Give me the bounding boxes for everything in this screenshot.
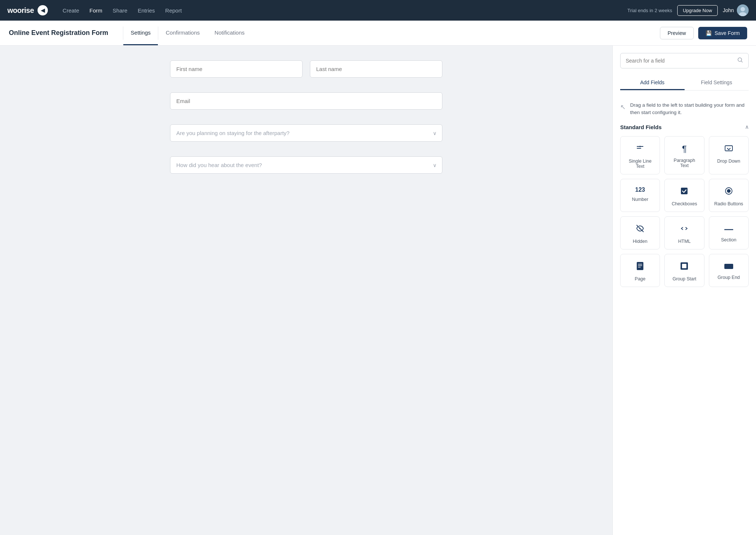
nav-share[interactable]: Share bbox=[108, 5, 132, 16]
drop-down-label: Drop Down bbox=[717, 159, 741, 164]
form-canvas: Are you planning on staying for the afte… bbox=[0, 46, 612, 535]
field-card-paragraph-text[interactable]: ¶ Paragraph Text bbox=[664, 136, 704, 174]
field-card-section[interactable]: Section bbox=[709, 216, 749, 249]
last-name-input[interactable] bbox=[310, 60, 442, 78]
preview-button[interactable]: Preview bbox=[660, 27, 694, 39]
form-row-hear: How did you hear about the event? ∨ bbox=[170, 156, 442, 174]
sidebar-tab-add-fields[interactable]: Add Fields bbox=[620, 76, 685, 90]
brand-area: woorise ◀ bbox=[7, 5, 48, 15]
fields-grid: Single Line Text ¶ Paragraph Text Drop D… bbox=[620, 136, 749, 287]
drop-down-icon bbox=[724, 144, 733, 155]
search-input[interactable] bbox=[626, 58, 737, 64]
form-row-afterparty: Are you planning on staying for the afte… bbox=[170, 124, 442, 142]
field-card-checkboxes[interactable]: Checkboxes bbox=[664, 179, 704, 212]
afterparty-field: Are you planning on staying for the afte… bbox=[170, 124, 442, 142]
form-row-email bbox=[170, 92, 442, 110]
checkboxes-icon bbox=[680, 187, 689, 198]
number-label: Number bbox=[632, 197, 648, 202]
field-card-group-end[interactable]: Group End bbox=[709, 254, 749, 287]
single-line-text-icon bbox=[636, 144, 644, 155]
svg-line-4 bbox=[741, 61, 742, 62]
last-name-field bbox=[310, 60, 442, 78]
sub-tabs: Settings Confirmations Notifications bbox=[123, 21, 252, 45]
nav-right: Trial ends in 2 weeks Upgrade Now John bbox=[628, 4, 749, 16]
main-layout: Are you planning on staying for the afte… bbox=[0, 46, 756, 535]
nav-entries[interactable]: Entries bbox=[133, 5, 159, 16]
field-card-hidden[interactable]: Hidden bbox=[620, 216, 660, 249]
user-name: John bbox=[723, 7, 734, 13]
search-icon bbox=[737, 57, 743, 64]
field-card-page[interactable]: Page bbox=[620, 254, 660, 287]
afterparty-select-wrapper: Are you planning on staying for the afte… bbox=[170, 124, 442, 142]
hear-field: How did you hear about the event? ∨ bbox=[170, 156, 442, 174]
field-card-drop-down[interactable]: Drop Down bbox=[709, 136, 749, 174]
number-icon: 123 bbox=[635, 187, 645, 193]
save-icon: 💾 bbox=[706, 30, 712, 36]
cursor-icon: ↖ bbox=[620, 102, 626, 112]
svg-point-1 bbox=[741, 7, 745, 11]
radio-buttons-label: Radio Buttons bbox=[714, 201, 743, 206]
tab-notifications[interactable]: Notifications bbox=[207, 21, 252, 45]
nav-links: Create Form Share Entries Report bbox=[58, 5, 186, 16]
svg-rect-15 bbox=[682, 264, 686, 268]
save-button[interactable]: 💾 Save Form bbox=[698, 27, 747, 39]
afterparty-select[interactable]: Are you planning on staying for the afte… bbox=[170, 124, 442, 142]
group-start-icon bbox=[680, 262, 689, 273]
field-card-radio-buttons[interactable]: Radio Buttons bbox=[709, 179, 749, 212]
drag-hint-text: Drag a field to the left to start buildi… bbox=[630, 102, 749, 117]
checkboxes-label: Checkboxes bbox=[672, 201, 697, 206]
first-name-field bbox=[170, 60, 303, 78]
group-end-label: Group End bbox=[718, 275, 740, 280]
section-collapse-icon[interactable]: ∧ bbox=[745, 124, 749, 130]
radio-buttons-icon bbox=[724, 187, 733, 198]
first-name-input[interactable] bbox=[170, 60, 303, 78]
page-label: Page bbox=[635, 276, 646, 281]
right-sidebar: Add Fields Field Settings ↖ Drag a field… bbox=[612, 46, 756, 535]
svg-rect-10 bbox=[637, 262, 643, 270]
drag-hint: ↖ Drag a field to the left to start buil… bbox=[620, 98, 749, 124]
html-icon bbox=[680, 224, 689, 235]
subheader-actions: Preview 💾 Save Form bbox=[660, 27, 747, 39]
svg-point-8 bbox=[727, 189, 731, 193]
avatar bbox=[737, 4, 749, 16]
nav-create[interactable]: Create bbox=[58, 5, 84, 16]
search-bar bbox=[620, 53, 749, 68]
paragraph-text-icon: ¶ bbox=[682, 144, 687, 154]
hidden-label: Hidden bbox=[633, 239, 647, 244]
sidebar-tab-field-settings[interactable]: Field Settings bbox=[685, 76, 749, 90]
svg-rect-16 bbox=[724, 264, 733, 269]
trial-text: Trial ends in 2 weeks bbox=[628, 8, 672, 13]
group-end-icon bbox=[724, 262, 733, 271]
tab-settings[interactable]: Settings bbox=[123, 21, 158, 45]
upgrade-button[interactable]: Upgrade Now bbox=[677, 5, 718, 16]
save-label: Save Form bbox=[715, 30, 740, 36]
nav-report[interactable]: Report bbox=[161, 5, 186, 16]
page-icon bbox=[636, 262, 644, 273]
tab-confirmations[interactable]: Confirmations bbox=[158, 21, 207, 45]
subheader: Online Event Registration Form Settings … bbox=[0, 21, 756, 46]
section-label: Section bbox=[721, 237, 736, 242]
field-card-number[interactable]: 123 Number bbox=[620, 179, 660, 212]
group-start-label: Group Start bbox=[672, 276, 696, 281]
back-button[interactable]: ◀ bbox=[38, 5, 48, 15]
hear-select-wrapper: How did you hear about the event? ∨ bbox=[170, 156, 442, 174]
form-inner: Are you planning on staying for the afte… bbox=[170, 60, 442, 174]
email-field bbox=[170, 92, 442, 110]
html-label: HTML bbox=[678, 239, 690, 244]
email-input[interactable] bbox=[170, 92, 442, 110]
standard-fields-header: Standard Fields ∧ bbox=[620, 124, 749, 130]
sidebar-tabs: Add Fields Field Settings bbox=[620, 76, 749, 91]
single-line-text-label: Single Line Text bbox=[625, 159, 655, 169]
hidden-icon bbox=[636, 224, 644, 235]
brand-logo: woorise bbox=[7, 6, 34, 15]
svg-rect-6 bbox=[681, 188, 688, 194]
user-area[interactable]: John bbox=[723, 4, 749, 16]
nav-form[interactable]: Form bbox=[85, 5, 107, 16]
field-card-html[interactable]: HTML bbox=[664, 216, 704, 249]
field-card-group-start[interactable]: Group Start bbox=[664, 254, 704, 287]
form-row-name bbox=[170, 60, 442, 78]
hear-select[interactable]: How did you hear about the event? bbox=[170, 156, 442, 174]
paragraph-text-label: Paragraph Text bbox=[669, 158, 699, 168]
field-card-single-line-text[interactable]: Single Line Text bbox=[620, 136, 660, 174]
standard-fields-label: Standard Fields bbox=[620, 124, 662, 130]
